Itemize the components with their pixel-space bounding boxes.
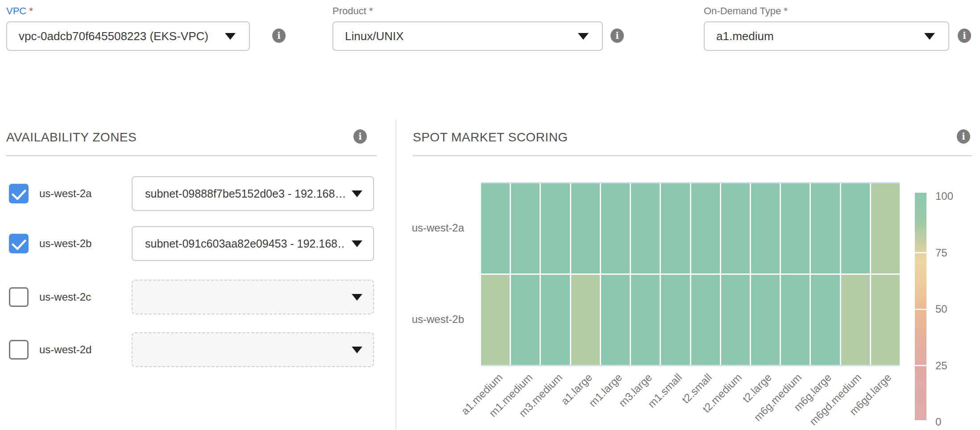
heatmap-cell-us-west-2a-m1.small: [661, 183, 689, 273]
heatmap-cell-us-west-2a-m6gd.large: [871, 183, 900, 273]
chevron-down-icon: [352, 240, 362, 247]
heatmap-cell-us-west-2b-a1.large: [571, 275, 600, 365]
product-label: Product *: [332, 5, 603, 19]
subnet-select-value: subnet-091c603aa82e09453 - 192.168…: [145, 237, 345, 250]
on-demand-type-select[interactable]: a1.medium: [704, 21, 949, 51]
y-axis-label-us-west-2a: us-west-2a: [388, 222, 464, 234]
subnet-select: [132, 280, 374, 314]
az-row-us-west-2c: us-west-2c: [0, 280, 395, 314]
subnet-select: [132, 332, 374, 367]
product-field: Product * Linux/UNIX: [332, 5, 603, 51]
chevron-down-icon: [225, 33, 236, 40]
colorbar-segment-line: [915, 309, 926, 310]
heatmap-cell-us-west-2a-m1.medium: [511, 183, 540, 273]
heatmap-cell-us-west-2b-m3.large: [631, 275, 660, 365]
colorbar-scale: 1007550250: [935, 0, 971, 430]
heatmap-cell-us-west-2b-t2.medium: [721, 275, 750, 365]
heatmap-cell-us-west-2a-m6gd.medium: [841, 183, 870, 273]
chevron-down-icon: [352, 190, 362, 197]
az-checkbox[interactable]: [9, 234, 29, 253]
heatmap-cell-us-west-2a-t2.large: [751, 183, 780, 273]
vpc-required-mark: *: [29, 5, 33, 17]
section-divider: [395, 120, 396, 430]
heatmap-cell-us-west-2b-t2.small: [691, 275, 720, 365]
vpc-field: VPC * vpc-0adcb70f645508223 (EKS-VPC): [6, 5, 250, 51]
heatmap-cell-us-west-2a-m3.medium: [541, 183, 569, 273]
x-axis-label-a1.medium: a1.medium: [433, 371, 505, 430]
vpc-select-value: vpc-0adcb70f645508223 (EKS-VPC): [19, 29, 219, 43]
chevron-down-icon: [924, 33, 935, 40]
az-zone-label: us-west-2b: [39, 226, 91, 261]
y-axis-label-us-west-2b: us-west-2b: [388, 313, 464, 326]
colorbar-tick-100: 100: [935, 190, 953, 203]
heatmap-cell-us-west-2a-t2.medium: [721, 183, 750, 273]
az-zone-label: us-west-2d: [39, 332, 91, 367]
vpc-label: VPC *: [6, 5, 250, 19]
heatmap-cell-us-west-2b-m1.medium: [511, 275, 540, 365]
heatmap-cell-us-west-2a-m3.large: [631, 183, 660, 273]
colorbar-tick-75: 75: [935, 247, 947, 259]
vpc-select[interactable]: vpc-0adcb70f645508223 (EKS-VPC): [6, 21, 250, 51]
heatmap-cell-us-west-2b-m1.large: [601, 275, 630, 365]
vpc-label-text: VPC: [6, 5, 26, 17]
availability-zones-info-icon[interactable]: i: [353, 129, 367, 144]
colorbar-tick-25: 25: [935, 360, 947, 372]
heatmap-cell-us-west-2a-t2.small: [691, 183, 720, 273]
az-checkbox[interactable]: [9, 287, 29, 307]
heatmap-cell-us-west-2b-a1.medium: [481, 275, 510, 365]
colorbar-tick-0: 0: [935, 416, 941, 428]
on-demand-type-label: On-Demand Type *: [704, 5, 949, 19]
az-checkbox[interactable]: [9, 340, 29, 360]
spot-market-heatmap: [481, 182, 900, 366]
heatmap-cell-us-west-2a-a1.large: [571, 183, 600, 273]
colorbar: [915, 193, 926, 420]
az-zone-label: us-west-2c: [39, 280, 91, 314]
product-info-icon[interactable]: i: [610, 29, 624, 43]
heatmap-cell-us-west-2a-m6g.large: [811, 183, 839, 273]
vpc-info-icon[interactable]: i: [272, 29, 286, 43]
az-row-us-west-2b: us-west-2b subnet-091c603aa82e09453 - 19…: [0, 226, 395, 261]
on-demand-type-field: On-Demand Type * a1.medium: [704, 5, 949, 51]
product-select-value: Linux/UNIX: [345, 29, 572, 43]
heatmap-cell-us-west-2b-m3.medium: [541, 275, 569, 365]
chevron-down-icon: [352, 294, 362, 301]
az-row-us-west-2a: us-west-2a subnet-09888f7be5152d0e3 - 19…: [0, 176, 395, 211]
az-checkbox[interactable]: [9, 184, 29, 203]
heatmap-bottom-edge: [481, 365, 900, 366]
az-zone-label: us-west-2a: [39, 176, 91, 211]
spot-market-scoring-divider: [413, 155, 972, 156]
heatmap-grid: [481, 183, 900, 365]
subnet-select[interactable]: subnet-091c603aa82e09453 - 192.168…: [132, 226, 374, 261]
availability-zones-divider: [6, 155, 377, 156]
subnet-select-value: subnet-09888f7be5152d0e3 - 192.168…: [145, 187, 345, 200]
heatmap-cell-us-west-2a-m6g.medium: [781, 183, 810, 273]
spot-market-scoring-title: SPOT MARKET SCORING: [413, 130, 568, 145]
heatmap-x-axis: a1.mediumm1.mediumm3.mediuma1.largem1.la…: [481, 371, 900, 430]
heatmap-cell-us-west-2b-t2.large: [751, 275, 780, 365]
heatmap-cell-us-west-2b-m6gd.large: [871, 275, 900, 365]
heatmap-cell-us-west-2a-m1.large: [601, 183, 630, 273]
colorbar-segment-line: [915, 365, 926, 366]
heatmap-cell-us-west-2b-m6g.large: [811, 275, 839, 365]
colorbar-tick-50: 50: [935, 303, 947, 315]
availability-zones-title: AVAILABILITY ZONES: [6, 130, 137, 145]
chevron-down-icon: [578, 33, 589, 40]
chevron-down-icon: [352, 347, 362, 353]
az-row-us-west-2d: us-west-2d: [0, 332, 395, 367]
heatmap-cell-us-west-2b-m6gd.medium: [841, 275, 870, 365]
on-demand-type-select-value: a1.medium: [716, 29, 918, 43]
subnet-select[interactable]: subnet-09888f7be5152d0e3 - 192.168…: [132, 176, 374, 211]
colorbar-segment-line: [915, 252, 926, 253]
heatmap-cell-us-west-2a-a1.medium: [481, 183, 510, 273]
product-select[interactable]: Linux/UNIX: [332, 21, 603, 51]
heatmap-cell-us-west-2b-m6g.medium: [781, 275, 810, 365]
heatmap-cell-us-west-2b-m1.small: [661, 275, 689, 365]
